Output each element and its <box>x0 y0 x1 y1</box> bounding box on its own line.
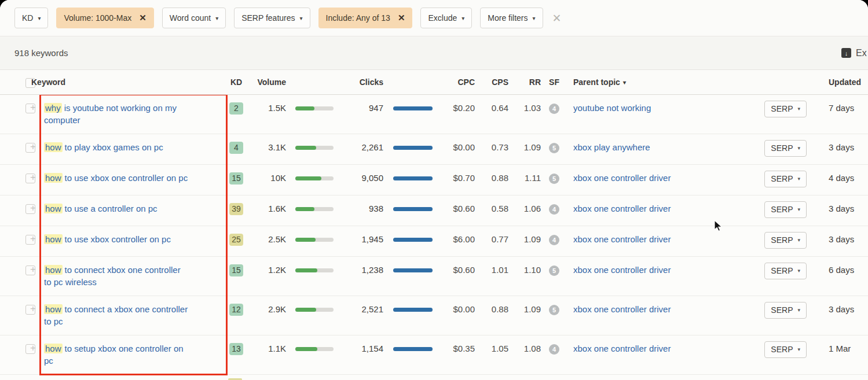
volume-bar <box>295 146 334 150</box>
filter-chip[interactable]: SERP features ▾ <box>234 8 310 28</box>
export-button[interactable]: ↓ Ex <box>841 48 867 58</box>
clicks-bar <box>393 238 433 242</box>
serp-dropdown-button[interactable]: SERP ▾ <box>764 171 807 187</box>
clicks-value: 1,945 <box>343 233 383 245</box>
serp-features-badge: 5 <box>549 265 559 276</box>
col-header-clicks[interactable]: Clicks <box>343 78 383 87</box>
add-to-list-icon[interactable]: + <box>28 141 44 153</box>
parent-topic-link[interactable]: xbox one controller driver <box>573 172 671 184</box>
filter-chip-label: Exclude <box>428 13 457 23</box>
kd-badge: 15 <box>229 264 243 276</box>
clicks-bar <box>393 268 433 272</box>
serp-dropdown-button[interactable]: SERP ▾ <box>764 101 807 117</box>
parent-topic-link[interactable]: xbox one controller driver <box>573 202 671 215</box>
remove-filter-icon[interactable]: ✕ <box>398 13 405 23</box>
chevron-down-icon: ▾ <box>797 103 800 115</box>
filter-chip[interactable]: KD ▾ <box>14 8 48 28</box>
cps-value: 1.05 <box>475 342 508 355</box>
col-header-sf[interactable]: SF <box>541 78 567 87</box>
parent-topic-link[interactable]: xbox one controller driver <box>573 342 671 355</box>
col-header-cps[interactable]: CPS <box>475 78 508 87</box>
keyword-link[interactable]: howto use xbox controller on pc <box>44 233 190 245</box>
remove-filter-icon[interactable]: ✕ <box>139 13 147 23</box>
parent-topic-link[interactable]: xbox one controller driver <box>573 264 671 276</box>
filter-chip-label: Include: Any of 13 <box>326 13 390 23</box>
cps-value: 0.73 <box>475 141 508 153</box>
filter-bar: KD ▾ Volume: 1000-Max ✕ Word count ▾ SER… <box>0 0 868 36</box>
clear-all-filters-icon[interactable]: ✕ <box>552 12 562 25</box>
cpc-value: $0.70 <box>442 172 475 184</box>
updated-value: 3 days <box>808 141 868 153</box>
keyword-link[interactable]: howto connect xbox one controller to pc … <box>44 264 190 288</box>
serp-dropdown-button[interactable]: SERP ▾ <box>764 302 807 319</box>
keyword-highlight: how <box>44 173 63 183</box>
parent-topic-link[interactable]: xbox one controller driver <box>573 303 671 315</box>
volume-bar <box>295 308 334 312</box>
cpc-value: $0.60 <box>442 264 475 276</box>
volume-bar <box>295 106 334 110</box>
keyword-link[interactable]: howto use xbox one controller on pc <box>44 172 190 184</box>
keyword-highlight: how <box>44 304 63 314</box>
add-to-list-icon[interactable]: + <box>28 342 44 354</box>
serp-features-badge: 4 <box>549 204 559 215</box>
filter-chip[interactable]: More filters ▾ <box>480 8 543 28</box>
keyword-highlight: how <box>44 142 63 152</box>
rr-value: 1.09 <box>508 303 541 315</box>
keyword-highlight: why <box>44 103 62 113</box>
col-header-keyword[interactable]: Keyword <box>28 78 225 87</box>
kd-badge: 15 <box>229 172 243 185</box>
updated-value: 6 days <box>808 264 868 276</box>
filter-chip[interactable]: Volume: 1000-Max ✕ <box>56 8 153 28</box>
parent-topic-link[interactable]: xbox one controller driver <box>573 233 671 245</box>
volume-bar <box>295 207 334 211</box>
rr-value: 1.09 <box>508 141 541 153</box>
volume-value: 1.2K <box>248 264 286 276</box>
filter-chip[interactable]: Word count ▾ <box>162 8 226 28</box>
volume-value: 2.5K <box>248 233 286 245</box>
filter-chip-label: KD <box>22 13 33 23</box>
keyword-link[interactable]: howto use a controller on pc <box>44 202 190 215</box>
filter-chip[interactable]: Include: Any of 13 ✕ <box>318 8 413 28</box>
cps-value: 0.77 <box>475 233 508 245</box>
add-to-list-icon[interactable]: + <box>28 172 44 183</box>
serp-dropdown-button[interactable]: SERP ▾ <box>764 341 807 358</box>
col-header-updated[interactable]: Updated <box>808 78 868 87</box>
col-header-parent-topic[interactable]: Parent topic ▾ <box>567 78 756 87</box>
keywords-explorer-app: KD ▾ Volume: 1000-Max ✕ Word count ▾ SER… <box>0 0 868 380</box>
col-header-cpc[interactable]: CPC <box>442 78 475 87</box>
serp-features-badge: 5 <box>549 305 559 315</box>
kd-badge: 2 <box>229 102 243 115</box>
col-header-volume[interactable]: Volume <box>248 78 286 87</box>
parent-topic-link[interactable]: xbox play anywhere <box>573 141 650 153</box>
serp-dropdown-button[interactable]: SERP ▾ <box>764 201 807 218</box>
add-to-list-icon[interactable]: + <box>28 264 44 275</box>
keyword-link[interactable]: howto connect a xbox one controller to p… <box>44 303 190 327</box>
serp-features-badge: 4 <box>549 104 559 114</box>
filter-chip-label: Volume: 1000-Max <box>64 13 131 23</box>
keywords-count: 918 keywords <box>14 48 68 58</box>
keyword-link[interactable]: howto setup xbox one controller on pc <box>44 342 190 367</box>
serp-features-badge: 4 <box>549 344 559 355</box>
filter-chip[interactable]: Exclude ▾ <box>420 8 472 28</box>
table-row: + whyis youtube not working on my comput… <box>0 95 868 134</box>
col-header-kd[interactable]: KD <box>225 78 248 87</box>
col-header-rr[interactable]: RR <box>508 78 541 87</box>
volume-bar <box>295 347 334 351</box>
updated-value: 3 days <box>808 202 868 215</box>
export-icon: ↓ <box>841 48 851 58</box>
add-to-list-icon[interactable]: + <box>28 303 44 315</box>
volume-bar <box>295 238 334 242</box>
keyword-link[interactable]: howto play xbox games on pc <box>44 141 190 153</box>
add-to-list-icon[interactable]: + <box>28 202 44 214</box>
serp-dropdown-button[interactable]: SERP ▾ <box>764 263 807 279</box>
cpc-value: $0.00 <box>442 141 475 153</box>
serp-dropdown-button[interactable]: SERP ▾ <box>764 140 807 157</box>
add-to-list-icon[interactable]: + <box>28 102 44 113</box>
serp-dropdown-button[interactable]: SERP ▾ <box>764 232 807 249</box>
parent-topic-link[interactable]: youtube not working <box>573 102 651 114</box>
sort-caret-icon: ▾ <box>623 79 626 86</box>
clicks-bar <box>393 146 433 150</box>
keyword-highlight: how <box>44 234 63 244</box>
keyword-link[interactable]: whyis youtube not working on my computer <box>44 102 190 126</box>
add-to-list-icon[interactable]: + <box>28 233 44 245</box>
